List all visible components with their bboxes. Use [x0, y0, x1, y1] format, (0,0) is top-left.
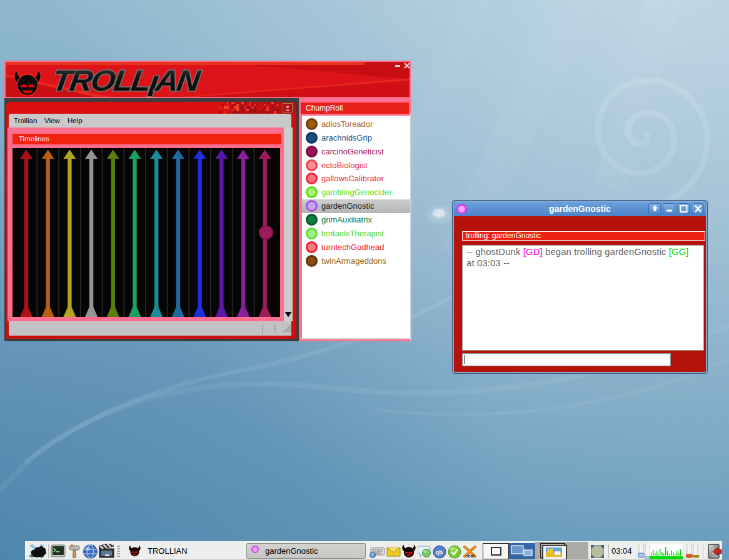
- svg-text:qb: qb: [436, 549, 443, 556]
- svg-text:TROLLIAN: TROLLIAN: [49, 64, 203, 98]
- svg-text:chat: chat: [466, 554, 475, 558]
